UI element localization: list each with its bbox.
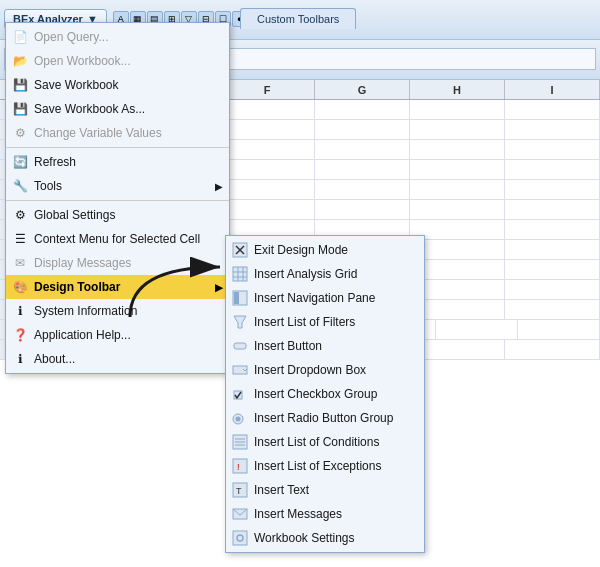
cell[interactable]: [505, 220, 600, 239]
cell[interactable]: [315, 140, 410, 159]
submenu-item-insert-text[interactable]: T Insert Text: [226, 478, 424, 502]
exceptions-icon: !: [232, 458, 248, 474]
col-header-i: I: [505, 80, 600, 99]
save-icon: 💾: [12, 77, 28, 93]
svg-rect-4: [233, 267, 247, 281]
cell[interactable]: [505, 200, 600, 219]
cell[interactable]: [505, 340, 600, 359]
cell[interactable]: [436, 320, 518, 339]
refresh-icon: 🔄: [12, 154, 28, 170]
cell[interactable]: [505, 280, 600, 299]
cell[interactable]: [410, 120, 505, 139]
cell[interactable]: [505, 260, 600, 279]
workbook-settings-icon: [232, 530, 248, 546]
tools-icon: 🔧: [12, 178, 28, 194]
help-icon: ❓: [12, 327, 28, 343]
svg-rect-21: [233, 459, 247, 473]
cell[interactable]: [410, 200, 505, 219]
menu-item-open-workbook: 📂 Open Workbook...: [6, 49, 229, 73]
about-icon: ℹ: [12, 351, 28, 367]
submenu-item-insert-analysis-grid[interactable]: Insert Analysis Grid: [226, 262, 424, 286]
cell[interactable]: [410, 160, 505, 179]
submenu-item-workbook-settings[interactable]: Workbook Settings: [226, 526, 424, 550]
cell[interactable]: [410, 180, 505, 199]
cell[interactable]: [315, 200, 410, 219]
cell[interactable]: [505, 160, 600, 179]
settings-icon: ⚙: [12, 207, 28, 223]
submenu-item-insert-checkbox[interactable]: Insert Checkbox Group: [226, 382, 424, 406]
cell[interactable]: [220, 200, 315, 219]
menu-item-refresh[interactable]: 🔄 Refresh: [6, 150, 229, 174]
cell[interactable]: [518, 320, 600, 339]
context-icon: ☰: [12, 231, 28, 247]
messages-icon: ✉: [12, 255, 28, 271]
menu-item-save-workbook-as[interactable]: 💾 Save Workbook As...: [6, 97, 229, 121]
svg-point-16: [236, 417, 241, 422]
submenu-item-exit-design[interactable]: Exit Design Mode: [226, 238, 424, 262]
cell[interactable]: [505, 140, 600, 159]
checkbox-icon: [232, 386, 248, 402]
submenu-item-insert-nav-pane[interactable]: Insert Navigation Pane: [226, 286, 424, 310]
svg-text:!: !: [237, 462, 240, 472]
col-header-h: H: [410, 80, 505, 99]
submenu-item-insert-messages[interactable]: Insert Messages: [226, 502, 424, 526]
cell[interactable]: [220, 160, 315, 179]
cell[interactable]: [315, 120, 410, 139]
svg-text:T: T: [236, 486, 242, 496]
cell[interactable]: [505, 100, 600, 119]
col-header-g: G: [315, 80, 410, 99]
submenu-item-insert-exceptions[interactable]: ! Insert List of Exceptions: [226, 454, 424, 478]
info-icon: ℹ: [12, 303, 28, 319]
separator-2: [6, 200, 229, 201]
arrow-indicator: [120, 247, 235, 335]
cell[interactable]: [315, 160, 410, 179]
cell[interactable]: [410, 100, 505, 119]
menu-item-open-query: 📄 Open Query...: [6, 25, 229, 49]
open-workbook-icon: 📂: [12, 53, 28, 69]
col-header-f: F: [220, 80, 315, 99]
cell[interactable]: [315, 180, 410, 199]
menu-item-global-settings[interactable]: ⚙ Global Settings: [6, 203, 229, 227]
cell[interactable]: [315, 100, 410, 119]
tools-submenu-arrow: ▶: [215, 181, 223, 192]
separator-1: [6, 147, 229, 148]
button-icon: [232, 338, 248, 354]
design-toolbar-submenu: Exit Design Mode Insert Analysis Grid In…: [225, 235, 425, 553]
cell[interactable]: [505, 180, 600, 199]
conditions-icon: [232, 434, 248, 450]
submenu-item-insert-radio[interactable]: Insert Radio Button Group: [226, 406, 424, 430]
menu-item-change-variable: ⚙ Change Variable Values: [6, 121, 229, 145]
cell[interactable]: [220, 140, 315, 159]
dropdown-icon: [232, 362, 248, 378]
svg-rect-13: [233, 366, 247, 374]
cell[interactable]: [505, 120, 600, 139]
svg-rect-26: [233, 531, 247, 545]
cell[interactable]: [220, 120, 315, 139]
open-query-icon: 📄: [12, 29, 28, 45]
submenu-item-insert-button[interactable]: Insert Button: [226, 334, 424, 358]
svg-rect-12: [234, 343, 246, 349]
submenu-item-insert-filter[interactable]: Insert List of Filters: [226, 310, 424, 334]
cell[interactable]: [410, 140, 505, 159]
radio-icon: [232, 410, 248, 426]
cell[interactable]: [220, 180, 315, 199]
cell[interactable]: [505, 300, 600, 319]
msg-icon: [232, 506, 248, 522]
menu-item-save-workbook[interactable]: 💾 Save Workbook: [6, 73, 229, 97]
save-as-icon: 💾: [12, 101, 28, 117]
variable-icon: ⚙: [12, 125, 28, 141]
menu-item-tools[interactable]: 🔧 Tools ▶: [6, 174, 229, 198]
submenu-item-insert-conditions[interactable]: Insert List of Conditions: [226, 430, 424, 454]
text-icon: T: [232, 482, 248, 498]
svg-marker-11: [234, 316, 246, 328]
cell[interactable]: [220, 100, 315, 119]
cell[interactable]: [505, 240, 600, 259]
submenu-item-insert-dropdown[interactable]: Insert Dropdown Box: [226, 358, 424, 382]
menu-item-about[interactable]: ℹ About...: [6, 347, 229, 371]
design-icon: 🎨: [12, 279, 28, 295]
custom-toolbars-tab[interactable]: Custom Toolbars: [240, 8, 356, 29]
